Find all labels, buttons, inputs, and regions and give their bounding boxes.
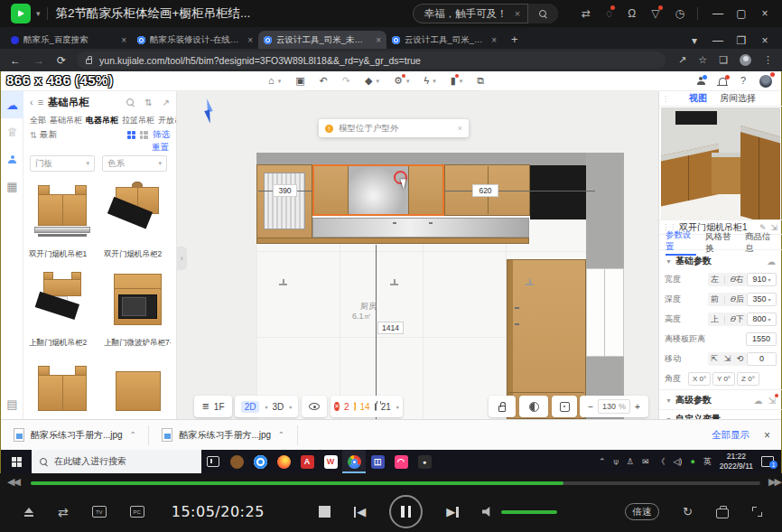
undo-icon[interactable]: ↶: [320, 76, 328, 86]
help-icon[interactable]: ?: [740, 76, 746, 86]
catalog-item-1[interactable]: 双开门烟机吊柜1: [29, 178, 96, 260]
item-thumbnail[interactable]: [104, 266, 171, 335]
volume-control[interactable]: [482, 507, 557, 517]
show-all-downloads-link[interactable]: 全部显示: [712, 429, 749, 442]
floor-distance-input[interactable]: 1550: [746, 332, 777, 346]
catalog-item-6-partial[interactable]: [104, 355, 171, 419]
side-panel-icon[interactable]: ❏: [719, 54, 728, 66]
share-icon[interactable]: ↗: [678, 54, 686, 66]
tab-search-chevron[interactable]: ▾: [683, 34, 706, 47]
close-tooltip-icon[interactable]: ×: [458, 124, 462, 133]
cloud-sync-icon[interactable]: ☁: [767, 257, 776, 266]
tools-icon[interactable]: ⚙: [394, 76, 403, 86]
close-tab-icon[interactable]: ×: [247, 35, 253, 45]
save-icon[interactable]: ▣: [295, 76, 304, 86]
forward-icon[interactable]: ▶▶: [768, 476, 780, 488]
back-icon[interactable]: ←: [10, 54, 21, 67]
back-chevron-icon[interactable]: ‹: [30, 97, 33, 107]
tab-room-select[interactable]: 房间选择: [720, 92, 756, 105]
taskbar-wps[interactable]: W: [319, 450, 342, 473]
move-x-icon[interactable]: ⇱: [711, 354, 718, 363]
volume-bar[interactable]: [501, 510, 557, 514]
width-input[interactable]: 910▾: [747, 273, 777, 286]
width-anchor-toggle[interactable]: 左 右: [708, 273, 747, 286]
tab-style-swap[interactable]: 风格替换: [705, 231, 736, 255]
user-avatar[interactable]: [759, 75, 772, 88]
browser-profile-avatar[interactable]: [740, 54, 751, 66]
toolbox-icon[interactable]: [716, 509, 729, 518]
height-input[interactable]: 800▾: [747, 313, 777, 326]
item-thumbnail[interactable]: [29, 266, 96, 335]
stop-button[interactable]: [319, 506, 330, 518]
taskbar-clock[interactable]: 21:22 2022/9/11: [720, 452, 753, 471]
taskbar-kujiale[interactable]: [248, 450, 272, 473]
history-icon[interactable]: ◷: [675, 8, 684, 19]
advanced-expand-icon[interactable]: ⇲: [768, 396, 776, 406]
collapse-panel-handle[interactable]: ‹: [177, 247, 187, 270]
volume-icon[interactable]: ◁): [673, 457, 682, 466]
browser-minimize-button[interactable]: —: [706, 34, 730, 47]
minimize-button[interactable]: —: [706, 7, 730, 20]
zoom-out-button[interactable]: −: [588, 402, 593, 412]
bell-icon[interactable]: [719, 78, 727, 85]
home-icon[interactable]: ⌂: [268, 76, 275, 86]
category-appliance-active[interactable]: 电器吊柜: [86, 115, 118, 126]
download-item-1[interactable]: 酷家乐练习手册方...jpg ⌃: [14, 428, 135, 442]
task-view-button[interactable]: [201, 450, 225, 473]
close-downloads-icon[interactable]: ×: [764, 429, 770, 442]
phone-transfer-icon[interactable]: ⇄: [582, 8, 591, 19]
open-file-icon[interactable]: [23, 507, 34, 518]
visibility-button[interactable]: [302, 396, 327, 417]
reset-filters-link[interactable]: 重置: [23, 142, 176, 154]
issues-summary[interactable]: ✕ 2 ! 14 21 ▾: [330, 396, 403, 417]
lock-button[interactable]: [489, 396, 516, 417]
view-3d-button[interactable]: 3D: [273, 402, 284, 412]
secure-lock-icon[interactable]: [86, 59, 92, 64]
download-item-2[interactable]: 酷家乐练习手册方...jpg ⌃: [162, 428, 284, 442]
close-tab-icon[interactable]: ×: [491, 35, 497, 45]
microphone-icon[interactable]: ⍦: [613, 457, 618, 467]
skin-icon[interactable]: ▽: [651, 8, 659, 19]
playback-speed-button[interactable]: 倍速: [625, 503, 659, 520]
move-axis-buttons[interactable]: ⇱ ⇲ ⟲: [708, 352, 747, 366]
door-panel-select[interactable]: 门板▾: [30, 155, 95, 172]
qq-icon[interactable]: ♙: [627, 457, 634, 466]
tab-parameters[interactable]: 参数设置: [666, 229, 696, 256]
close-button[interactable]: ×: [753, 7, 777, 20]
browser-tab-1[interactable]: 酷家乐_百度搜索 ×: [5, 31, 132, 49]
chevron-down-icon[interactable]: ▾: [36, 9, 41, 18]
ime-indicator[interactable]: 英: [703, 456, 712, 468]
angle-y-input[interactable]: Y 0°: [712, 372, 735, 386]
action-center-icon[interactable]: 1: [761, 456, 774, 467]
tv-cast-button[interactable]: TV: [92, 506, 107, 518]
category-basket[interactable]: 拉篮吊柜: [122, 115, 154, 126]
view-2d-button[interactable]: 2D: [241, 401, 260, 413]
loop-icon[interactable]: ⇄: [58, 505, 69, 519]
network-icon[interactable]: 《: [656, 456, 665, 468]
item-thumbnail[interactable]: [29, 355, 96, 419]
lightning-icon[interactable]: ϟ: [424, 76, 429, 86]
previous-button[interactable]: ◀: [354, 505, 367, 518]
hood-stainless-band[interactable]: [312, 218, 529, 238]
maximize-button[interactable]: ▢: [730, 7, 753, 20]
start-button[interactable]: [1, 450, 32, 473]
move-input[interactable]: 0: [747, 352, 777, 366]
move-z-icon[interactable]: ⟲: [737, 354, 744, 363]
taskbar-app-pink[interactable]: ◠: [389, 450, 413, 473]
category-open[interactable]: 开放吊柜: [158, 115, 177, 126]
floor-selector[interactable]: ≣ 1F: [194, 396, 232, 417]
3d-preview[interactable]: [661, 107, 780, 219]
category-all[interactable]: 全部: [30, 115, 46, 126]
designer-icon[interactable]: [1, 145, 23, 173]
export-icon[interactable]: ⧉: [477, 76, 484, 86]
redo-icon[interactable]: ↷: [342, 76, 350, 86]
browser-menu-icon[interactable]: ⋮: [763, 54, 773, 66]
next-button[interactable]: ▶: [446, 505, 459, 518]
color-select[interactable]: 色系▾: [102, 155, 167, 172]
render-panel-icon[interactable]: ▮: [451, 76, 456, 86]
catalog-item-2[interactable]: 双开门烟机吊柜2: [104, 178, 171, 260]
close-tab-icon[interactable]: ×: [376, 35, 381, 45]
list-view-icon[interactable]: [140, 131, 148, 139]
depth-anchor-toggle[interactable]: 前 后: [708, 293, 747, 306]
browser-tab-4[interactable]: 云设计工具_司米_酷家乐练习手册 ×: [386, 31, 502, 49]
